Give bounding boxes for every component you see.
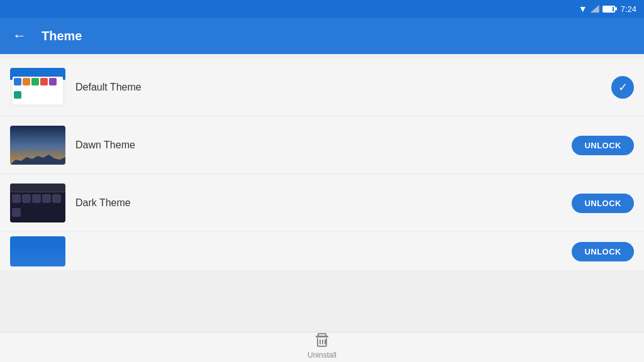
unlock-button[interactable]: UNLOCK bbox=[572, 136, 634, 155]
thumb-icon bbox=[14, 91, 21, 99]
unlock-button[interactable]: UNLOCK bbox=[572, 194, 634, 213]
list-item[interactable]: Dark Theme UNLOCK bbox=[0, 175, 644, 231]
battery-icon bbox=[602, 6, 615, 13]
theme-thumbnail-dark bbox=[10, 184, 65, 222]
theme-name: Default Theme bbox=[75, 82, 611, 93]
trash-lid bbox=[316, 336, 328, 337]
thumb-icon bbox=[52, 194, 61, 203]
bottom-bar: Uninstall bbox=[0, 332, 644, 362]
thumb-dark-content bbox=[10, 192, 65, 222]
list-item[interactable]: Dawn Theme UNLOCK bbox=[0, 117, 644, 173]
thumb-icon bbox=[40, 78, 48, 85]
thumb-dark-bar bbox=[10, 184, 65, 192]
thumb-icon bbox=[23, 78, 30, 85]
trash-icon bbox=[315, 336, 329, 349]
status-icons: ▼ 7:24 bbox=[579, 4, 636, 14]
thumb-icon bbox=[42, 194, 51, 203]
trash-body bbox=[317, 338, 327, 347]
thumb-icon bbox=[49, 78, 57, 85]
theme-thumbnail-blue bbox=[10, 236, 65, 266]
trash-line bbox=[325, 339, 326, 344]
thumb-icon bbox=[32, 194, 41, 203]
signal-icon bbox=[591, 5, 599, 13]
theme-name: Dawn Theme bbox=[75, 140, 572, 151]
selected-checkmark-icon: ✓ bbox=[611, 76, 634, 99]
list-item[interactable]: Default Theme ✓ bbox=[0, 59, 644, 116]
thumb-icon bbox=[14, 78, 21, 85]
thumb-inner bbox=[13, 77, 63, 104]
theme-thumbnail-dawn bbox=[10, 126, 65, 165]
status-bar: ▼ 7:24 bbox=[0, 0, 644, 18]
thumb-city-silhouette bbox=[10, 152, 65, 165]
thumb-icon bbox=[12, 194, 21, 203]
list-item[interactable]: UNLOCK bbox=[0, 233, 644, 270]
uninstall-label: Uninstall bbox=[308, 351, 336, 359]
battery-fill bbox=[604, 7, 613, 11]
back-button[interactable]: ← bbox=[10, 25, 29, 47]
theme-name: Dark Theme bbox=[75, 197, 572, 209]
uninstall-button[interactable]: Uninstall bbox=[308, 336, 336, 359]
theme-list: Default Theme ✓ Dawn Theme UNLOCK Dark T… bbox=[0, 54, 644, 332]
thumb-icon bbox=[31, 78, 39, 85]
thumb-icon bbox=[12, 208, 21, 217]
wifi-icon: ▼ bbox=[579, 4, 587, 14]
status-time: 7:24 bbox=[621, 4, 636, 14]
trash-line bbox=[322, 339, 323, 344]
trash-line bbox=[319, 339, 321, 344]
theme-thumbnail-default bbox=[10, 68, 65, 107]
thumb-icon bbox=[22, 194, 31, 203]
app-bar: ← Theme bbox=[0, 18, 644, 54]
page-title: Theme bbox=[42, 29, 82, 43]
unlock-button[interactable]: UNLOCK bbox=[572, 242, 634, 261]
